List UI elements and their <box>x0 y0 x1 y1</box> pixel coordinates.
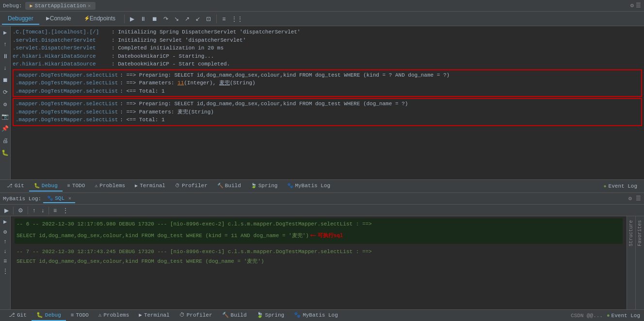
mybatis-left-icon-4[interactable]: ↓ <box>3 248 7 255</box>
bottom-tab-git[interactable]: ⎇ Git <box>2 181 29 192</box>
event-log-label: Event Log <box>609 183 637 189</box>
toolbar-btn-step-over[interactable]: ↷ <box>161 15 171 23</box>
log-line-2: .servlet.DispatcherServlet : Initializin… <box>13 36 642 45</box>
close-tab-icon[interactable]: ✕ <box>88 3 91 9</box>
bottom-tab-debug[interactable]: 🐛 Debug <box>29 181 63 192</box>
log-msg: : DatebookHikariCP - Start completed. <box>112 60 230 68</box>
toolbar-btn-frames[interactable]: ≡ <box>220 15 228 23</box>
statusbar-event-log[interactable]: ● Event Log <box>607 313 640 319</box>
top-bar: Debug: ▶ StartApplication ✕ ⚙ ☰ <box>0 0 644 12</box>
favorites-panel: Favorites <box>635 216 644 309</box>
bottom-tab-mybatis-label: MyBatis Log <box>295 183 330 189</box>
bottom-tab-profiler[interactable]: ⏱ Profiler <box>170 181 212 192</box>
arrow-icon-1: ⟵ <box>311 230 316 242</box>
sidebar-restart-icon[interactable]: ⟳ <box>2 88 9 97</box>
log-line-3: .servlet.DispatcherServlet : Completed i… <box>13 44 642 52</box>
sql-block-1: -- 6 -- 2022-12-30 12:17:05.980 DEBUG 17… <box>15 218 623 244</box>
log-msg: : ==> Parameters: 11(Integer), 麦兜(String… <box>120 79 255 87</box>
red-box-1: .mapper.DogTestMapper.selectList : ==> P… <box>13 69 642 97</box>
statusbar-profiler[interactable]: ⏱ Profiler <box>175 310 217 321</box>
mybatis-menu-icon[interactable]: ☰ <box>636 195 641 202</box>
settings-icon[interactable]: ⚙ <box>630 2 634 9</box>
toolbar-btn-run-cursor[interactable]: ↙ <box>193 15 203 23</box>
sidebar-stop-icon[interactable]: ⏹ <box>1 76 9 85</box>
problems-icon: ⚠ <box>95 183 97 189</box>
log-source: .mapper.DogTestMapper.selectList <box>16 87 118 96</box>
toolbar-btn-threads[interactable]: ⋮⋮ <box>229 15 245 23</box>
active-tab[interactable]: ▶ StartApplication ✕ <box>25 2 96 10</box>
mybatis-left-icon-6[interactable]: ⋮ <box>2 268 8 275</box>
statusbar-todo[interactable]: ≡ TODO <box>66 310 94 321</box>
sidebar-run-icon[interactable]: ▶ <box>2 28 8 37</box>
menu-icon[interactable]: ☰ <box>636 2 641 9</box>
sql-log-line-2: SELECT id,dog_name,dog_sex,colour,kind F… <box>16 230 621 242</box>
event-log-btn[interactable]: ● Event Log <box>599 181 642 191</box>
statusbar-spring[interactable]: 🍃 Spring <box>252 310 290 321</box>
sidebar-debug2-icon[interactable]: 🐛 <box>0 148 10 158</box>
tab-endpoints[interactable]: ⚡ Endpoints <box>78 13 121 25</box>
mybatis-icon: 🐾 <box>287 183 293 189</box>
mybatis-btn-down[interactable]: ↓ <box>39 206 47 215</box>
toolbar-btn-step-into[interactable]: ↘ <box>172 15 181 23</box>
statusbar-mybatis[interactable]: 🐾 MyBatis Log <box>289 310 343 321</box>
structure-panel: Structure <box>627 216 635 309</box>
mybatis-toolbar: ▶ ⚙ ↑ ↓ ≡ ⋮ <box>0 205 644 216</box>
mybatis-left-icon-2[interactable]: ⚙ <box>3 228 7 236</box>
debug-icon: 🐛 <box>34 183 40 189</box>
mybatis-btn-list[interactable]: ≡ <box>51 206 59 215</box>
sidebar-pause-icon[interactable]: ⏸ <box>1 52 9 61</box>
sql-log-header-2: -- 7 -- 2022-12-30 12:17:43.245 DEBUG 17… <box>16 248 372 257</box>
tab-debugger[interactable]: Debugger <box>2 13 39 25</box>
toolbar-btn-eval[interactable]: ⊡ <box>204 15 213 23</box>
sidebar-settings-icon[interactable]: ⚙ <box>2 100 8 109</box>
sidebar-up-icon[interactable]: ↑ <box>2 40 8 49</box>
sidebar-pin-icon[interactable]: 📌 <box>0 124 10 133</box>
log-source: .mapper.DogTestMapper.selectList <box>16 116 118 124</box>
structure-label[interactable]: Structure <box>627 216 635 250</box>
sidebar-down-icon[interactable]: ↓ <box>2 64 8 73</box>
bottom-tab-problems[interactable]: ⚠ Problems <box>90 181 130 192</box>
bottom-tab-build[interactable]: 🔨 Build <box>212 181 246 192</box>
mybatis-gear-icon[interactable]: ⚙ <box>628 195 632 202</box>
statusbar-debug[interactable]: 🐛 Debug <box>32 310 66 321</box>
sidebar-camera-icon[interactable]: 📷 <box>0 112 10 121</box>
log-msg: : Initializing Servlet 'dispatcherServle… <box>112 36 246 45</box>
toolbar-btn-pause[interactable]: ⏸ <box>138 15 148 23</box>
statusbar-profiler-icon: ⏱ <box>179 312 185 318</box>
log-source: .mapper.DogTestMapper.selectList <box>16 71 118 80</box>
bottom-tab-debug-label: Debug <box>42 183 58 189</box>
toolbar-btn-stop[interactable]: ⏹ <box>149 15 160 23</box>
bottom-tab-mybatis[interactable]: 🐾 MyBatis Log <box>282 181 335 192</box>
toolbar-btn-resume[interactable]: ▶ <box>128 15 137 23</box>
bottom-tab-todo[interactable]: ≡ TODO <box>63 181 90 192</box>
log-msg: : ==> Parameters: 麦兜(String) <box>120 108 214 116</box>
sql-log-line-1: -- 6 -- 2022-12-30 12:17:05.980 DEBUG 17… <box>16 220 621 229</box>
mybatis-left-icon-5[interactable]: ≡ <box>3 258 7 265</box>
favorites-label[interactable]: Favorites <box>636 216 644 250</box>
log-source: er.hikari.HikariDataSource <box>13 60 110 68</box>
mybatis-tab-sql[interactable]: 🐾 SQL ✕ <box>43 194 75 203</box>
statusbar-build-label: Build <box>231 312 247 318</box>
mybatis-left-icon-1[interactable]: ▶ <box>3 218 7 225</box>
mybatis-btn-list2[interactable]: ⋮ <box>60 206 71 215</box>
statusbar-git[interactable]: ⎇ Git <box>4 310 32 321</box>
mybatis-sql-content: -- 6 -- 2022-12-30 12:17:05.980 DEBUG 17… <box>11 216 627 309</box>
statusbar-problems[interactable]: ⚠ Problems <box>94 310 134 321</box>
toolbar-btn-step-out[interactable]: ↗ <box>182 15 192 23</box>
mybatis-btn-gear[interactable]: ⚙ <box>16 206 26 215</box>
tab-console[interactable]: ▶ Console <box>40 13 77 25</box>
mybatis-btn-up[interactable]: ↑ <box>30 206 38 215</box>
sidebar-print-icon[interactable]: 🖨 <box>1 136 9 145</box>
statusbar-terminal[interactable]: ▶ Terminal <box>134 310 174 321</box>
statusbar-build-icon: 🔨 <box>222 312 229 318</box>
log-msg: : Completed initialization in 20 ms <box>112 44 224 52</box>
bottom-tab-spring[interactable]: 🍃 Spring <box>246 181 283 192</box>
debug-toolbar: Debugger ▶ Console ⚡ Endpoints ▶ ⏸ ⏹ ↷ ↘… <box>0 12 644 26</box>
mybatis-btn-run[interactable]: ▶ <box>2 206 11 215</box>
bottom-tab-terminal[interactable]: ▶ Terminal <box>130 181 170 192</box>
log-msg: : DatebookHikariCP - Starting... <box>112 52 214 61</box>
mybatis-header: MyBatis Log: 🐾 SQL ✕ ⚙ ☰ <box>0 193 644 205</box>
mybatis-left-icon-3[interactable]: ↑ <box>3 239 7 245</box>
statusbar-build[interactable]: 🔨 Build <box>217 310 252 321</box>
log-line-4: er.hikari.HikariDataSource : DatebookHik… <box>13 52 642 61</box>
